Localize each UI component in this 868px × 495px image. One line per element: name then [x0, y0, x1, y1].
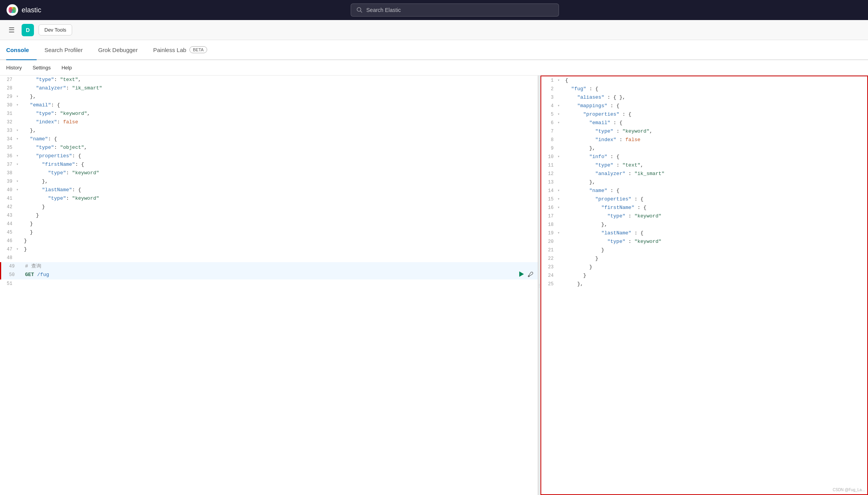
editor-line-29: 29▾ }, [0, 93, 538, 101]
fold-gutter[interactable]: ▾ [557, 195, 563, 204]
editor-line-41: 41 "type": "keyword" [0, 194, 538, 203]
editor-line-34: 34▾ "name": { [0, 135, 538, 143]
response-line-12: 12 "analyzer" : "ik_smart" [541, 170, 867, 178]
editor-pane: 27 "type": "text",28 "analyzer": "ik_sma… [0, 76, 538, 495]
response-pane: 1▾{2 "fug" : {3 "aliases" : { },4▾ "mapp… [540, 76, 868, 495]
editor-line-45: 45 } [0, 228, 538, 237]
editor-line-49: 49# 查询 [0, 262, 538, 271]
response-line-10: 10▾ "info" : { [541, 153, 867, 161]
response-line-3: 3 "aliases" : { }, [541, 93, 867, 102]
fold-gutter[interactable]: ▾ [557, 204, 563, 212]
response-line-5: 5▾ "properties" : { [541, 110, 867, 119]
search-bar[interactable]: Search Elastic [351, 3, 559, 17]
editor-line-33: 33▾ }, [0, 126, 538, 135]
user-avatar[interactable]: D [22, 24, 34, 36]
response-line-2: 2 "fug" : { [541, 85, 867, 93]
fold-gutter[interactable]: ▾ [16, 186, 22, 194]
submenu-history[interactable]: History [6, 65, 27, 71]
fold-gutter[interactable]: ▾ [557, 110, 563, 119]
tab-grok-debugger[interactable]: Grok Debugger [90, 40, 145, 60]
editor-line-28: 28 "analyzer": "ik_smart" [0, 84, 538, 93]
editor-line-30: 30▾ "email": { [0, 101, 538, 109]
editor-line-42: 42 } [0, 203, 538, 211]
beta-badge: BETA [189, 46, 207, 53]
editor-line-48: 48 [0, 254, 538, 262]
response-line-9: 9 }, [541, 144, 867, 153]
response-line-13: 13 }, [541, 178, 867, 187]
response-line-23: 23 } [541, 263, 867, 271]
elastic-logo-icon [6, 4, 19, 16]
fold-gutter[interactable]: ▾ [16, 135, 22, 143]
fold-gutter[interactable]: ▾ [16, 152, 22, 160]
svg-point-4 [12, 7, 16, 13]
response-line-11: 11 "type" : "text", [541, 161, 867, 170]
response-line-25: 25 }, [541, 280, 867, 288]
editor-line-47: 47▾} [0, 245, 538, 254]
response-line-20: 20 "type" : "keyword" [541, 237, 867, 246]
fold-gutter[interactable]: ▾ [16, 245, 22, 254]
fold-gutter[interactable]: ▾ [16, 177, 22, 186]
tab-painless-lab[interactable]: Painless Lab BETA [145, 40, 215, 60]
response-line-19: 19▾ "lastName" : { [541, 229, 867, 237]
submenu-settings[interactable]: Settings [27, 65, 56, 71]
svg-line-6 [360, 11, 362, 13]
dev-tools-button[interactable]: Dev Tools [39, 24, 72, 35]
fold-gutter[interactable]: ▾ [557, 119, 563, 127]
response-line-4: 4▾ "mappings" : { [541, 102, 867, 110]
second-nav: ☰ D Dev Tools [0, 20, 868, 40]
hamburger-button[interactable]: ☰ [6, 24, 17, 37]
editor-line-43: 43 } [0, 211, 538, 220]
editor-line-31: 31 "type": "keyword", [0, 109, 538, 118]
response-line-1: 1▾{ [541, 76, 867, 85]
editor-line-50: 50GET /fug [0, 271, 538, 279]
editor-line-35: 35 "type": "object", [0, 143, 538, 152]
response-line-22: 22 } [541, 254, 867, 263]
svg-marker-7 [519, 271, 524, 277]
wrench-button[interactable] [527, 271, 534, 279]
editor-line-40: 40▾ "lastName": { [0, 186, 538, 194]
editor-line-37: 37▾ "firstName": { [0, 160, 538, 169]
editor-line-44: 44 } [0, 220, 538, 228]
fold-gutter[interactable]: ▾ [16, 93, 22, 101]
fold-gutter[interactable]: ▾ [557, 76, 563, 85]
response-line-21: 21 } [541, 246, 867, 254]
sub-menu: History Settings Help [0, 60, 868, 76]
editor-line-39: 39▾ }, [0, 177, 538, 186]
editor-line-38: 38 "type": "keyword" [0, 169, 538, 177]
fold-gutter[interactable]: ▾ [16, 160, 22, 169]
response-line-7: 7 "type" : "keyword", [541, 127, 867, 136]
response-line-18: 18 }, [541, 221, 867, 229]
tab-search-profiler[interactable]: Search Profiler [37, 40, 90, 60]
top-nav: elastic Search Elastic [0, 0, 868, 20]
fold-gutter[interactable]: ▾ [557, 102, 563, 110]
svg-point-3 [8, 7, 12, 13]
tabs-row: Console Search Profiler Grok Debugger Pa… [0, 40, 868, 60]
editor-line-46: 46} [0, 237, 538, 245]
response-line-15: 15▾ "properties" : { [541, 195, 867, 204]
editor-line-51: 51 [0, 279, 538, 288]
fold-gutter[interactable]: ▾ [16, 126, 22, 135]
logo-area: elastic [6, 4, 41, 16]
fold-gutter[interactable]: ▾ [557, 229, 563, 237]
fold-gutter[interactable]: ▾ [557, 187, 563, 195]
response-line-6: 6▾ "email" : { [541, 119, 867, 127]
response-line-17: 17 "type" : "keyword" [541, 212, 867, 221]
search-icon [356, 7, 363, 13]
fold-gutter[interactable]: ▾ [557, 153, 563, 161]
elastic-brand-text: elastic [22, 6, 41, 14]
fold-gutter[interactable]: ▾ [16, 101, 22, 109]
watermark: CSDN @Fug_La... [833, 488, 865, 492]
submenu-help[interactable]: Help [56, 65, 77, 71]
search-placeholder: Search Elastic [366, 7, 401, 13]
run-button[interactable] [518, 271, 525, 279]
response-line-16: 16▾ "firstName" : { [541, 204, 867, 212]
response-editor[interactable]: 1▾{2 "fug" : {3 "aliases" : { },4▾ "mapp… [541, 76, 867, 288]
editor-line-36: 36▾ "properties": { [0, 152, 538, 160]
response-line-24: 24 } [541, 271, 867, 280]
main-content: 27 "type": "text",28 "analyzer": "ik_sma… [0, 76, 868, 495]
editor-line-32: 32 "index": false [0, 118, 538, 126]
code-editor[interactable]: 27 "type": "text",28 "analyzer": "ik_sma… [0, 76, 538, 495]
tab-console[interactable]: Console [6, 40, 37, 60]
editor-line-27: 27 "type": "text", [0, 76, 538, 84]
search-bar-container: Search Elastic [47, 3, 862, 17]
